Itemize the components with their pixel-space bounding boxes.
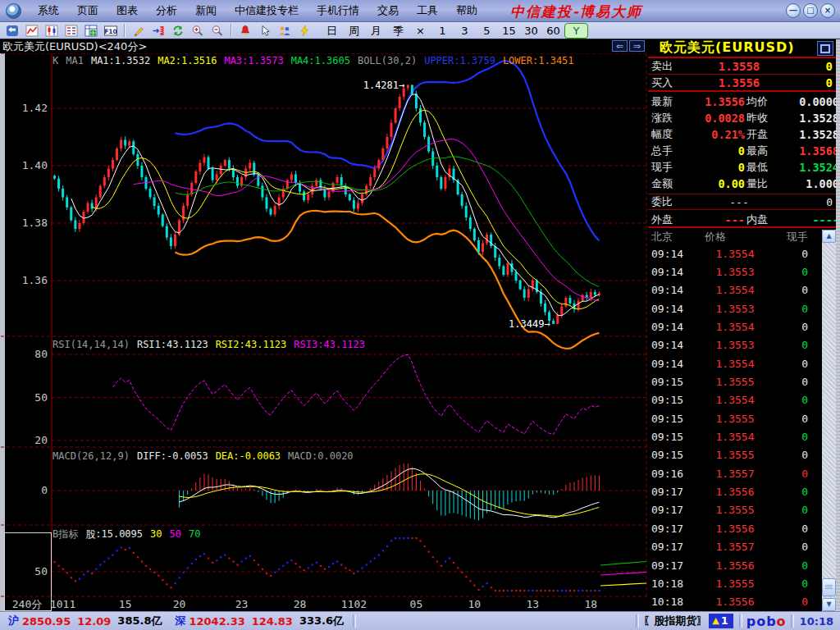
readout-value: MA4:1.3605 <box>291 55 350 66</box>
menu-item-0[interactable]: 系统 <box>29 1 68 21</box>
svg-text:18: 18 <box>584 598 597 610</box>
refresh-icon[interactable] <box>169 23 187 38</box>
chart-title: 欧元美元(EURUSD)<240分> <box>2 39 147 54</box>
menu-item-7[interactable]: 交易 <box>368 1 408 21</box>
svg-text:1011: 1011 <box>50 598 75 610</box>
period-button-×[interactable]: × <box>409 24 431 38</box>
tick-row: 09:161.35570 <box>648 464 836 482</box>
svg-text:0: 0 <box>41 484 48 496</box>
panel-mode-button[interactable] <box>817 41 833 56</box>
futures-badge[interactable]: 〖股指期货〗 <box>643 614 707 628</box>
f10-icon[interactable]: F10 <box>102 23 120 38</box>
tick-row: 09:151.35540 <box>648 391 836 409</box>
toolbar-separator <box>124 24 126 37</box>
readout-value: MA3:1.3573 <box>224 55 283 66</box>
line-chart-icon[interactable] <box>23 23 41 38</box>
measure-icon[interactable] <box>149 23 167 38</box>
svg-text:1.40: 1.40 <box>22 159 48 171</box>
neipan-value: ---- <box>791 213 839 226</box>
svg-text:15: 15 <box>119 598 132 610</box>
readout-value: 30 <box>150 528 162 540</box>
period-button-3[interactable]: 3 <box>454 24 476 38</box>
pane-next-button[interactable]: ⇒ <box>629 40 645 52</box>
report-icon[interactable] <box>82 23 100 38</box>
svg-text:F10: F10 <box>104 27 117 34</box>
sz-index-value: 12042.33 <box>189 615 244 628</box>
period-button-周[interactable]: 周 <box>343 24 365 38</box>
period-button-30[interactable]: 30 <box>520 24 542 38</box>
sell-quote-row: 卖出 1.3558 0 <box>648 58 836 75</box>
tick-row: 09:141.35540 <box>648 281 836 299</box>
scroll-thumb[interactable] <box>822 578 836 596</box>
tick-row: 09:151.35550 <box>648 446 836 464</box>
svg-text:50: 50 <box>34 565 48 578</box>
sh-index-label: 沪 <box>8 614 19 628</box>
tick-row: 09:151.35550 <box>648 372 836 390</box>
sell-price: 1.3558 <box>694 60 784 73</box>
restore-button[interactable]: □ <box>803 3 818 18</box>
readout-value: B指标 <box>52 528 78 540</box>
rsi-indicator-readout: RSI(14,14,14)RSI1:43.1123RSI2:43.1123RSI… <box>52 339 372 350</box>
minimize-button[interactable]: — <box>786 3 801 18</box>
candlestick-icon[interactable] <box>43 23 61 38</box>
quote-stats: 最新1.3556均价0.0000涨跌0.0028昨收1.3528幅度0.21%开… <box>648 94 836 192</box>
tick-row: 09:171.35570 <box>648 538 836 556</box>
alarm-icon[interactable] <box>236 23 254 38</box>
period-button-1[interactable]: 1 <box>431 24 454 38</box>
period-button-季[interactable]: 季 <box>387 24 409 38</box>
tick-row: 09:171.35560 <box>648 519 836 537</box>
zoom-in-icon[interactable] <box>189 23 207 38</box>
quote-list-icon[interactable] <box>62 23 80 38</box>
users-icon[interactable] <box>276 23 294 38</box>
edit-icon[interactable] <box>130 23 148 38</box>
title-bar: 系统页面图表分析新闻中信建投专栏手机行情交易工具帮助 中信建投-博易大师 — □… <box>0 0 840 22</box>
zoom-out-icon[interactable] <box>208 23 226 38</box>
menu-item-6[interactable]: 手机行情 <box>308 1 368 21</box>
app-icon[interactable] <box>6 3 21 19</box>
svg-text:1.38: 1.38 <box>22 217 48 229</box>
menu-item-1[interactable]: 页面 <box>68 1 107 21</box>
close-button[interactable]: × <box>820 3 835 18</box>
readout-value: MACD:0.0020 <box>288 450 353 462</box>
period-button-60[interactable]: 60 <box>542 24 564 38</box>
scroll-up-icon[interactable]: ▲ <box>822 230 836 243</box>
quote-stat-row: 金额0.00量比1.000 <box>648 176 836 192</box>
menu-item-3[interactable]: 分析 <box>147 1 186 21</box>
window-buttons: — □ × <box>786 3 835 18</box>
period-button-5[interactable]: 5 <box>476 24 498 38</box>
back-icon[interactable] <box>3 23 21 38</box>
clock: 10:18 <box>800 615 833 628</box>
menu-item-8[interactable]: 工具 <box>408 1 447 21</box>
scroll-down-icon[interactable]: ▼ <box>822 598 836 611</box>
period-button-日[interactable]: 日 <box>321 24 343 38</box>
period-button-15[interactable]: 15 <box>498 24 520 38</box>
period-button-Y[interactable]: Y <box>564 23 588 39</box>
tick-list-scrollbar[interactable]: ▲ ▼ <box>822 230 836 611</box>
readout-value: BOLL(30,2) <box>358 55 417 66</box>
cursor-icon[interactable] <box>256 23 274 38</box>
flash-icon[interactable] <box>295 23 313 38</box>
svg-text:80: 80 <box>34 348 48 360</box>
menu-item-2[interactable]: 图表 <box>107 1 147 21</box>
pane-prev-button[interactable]: ⇐ <box>612 40 628 52</box>
tick-row: 09:151.35550 <box>648 409 836 427</box>
readout-value: UPPER:1.3759 <box>424 55 495 66</box>
readout-value: MA1 <box>66 55 84 66</box>
alert-badge[interactable]: ▲ 1 <box>709 614 733 628</box>
sh-index-amount: 385.8亿 <box>117 614 162 628</box>
svg-text:1.36: 1.36 <box>22 274 48 286</box>
readout-value: MA1:1.3532 <box>91 55 150 66</box>
menu-item-5[interactable]: 中信建投专栏 <box>226 1 308 21</box>
readout-value: MACD(26,12,9) <box>52 450 130 462</box>
svg-text:23: 23 <box>235 598 249 610</box>
quote-stat-row: 涨跌0.0028昨收1.3528 <box>648 110 836 126</box>
menu-item-4[interactable]: 新闻 <box>186 1 226 21</box>
readout-value: RSI1:43.1123 <box>137 339 208 350</box>
menu-item-9[interactable]: 帮助 <box>447 1 486 21</box>
readout-value: 股:15.0095 <box>85 528 143 540</box>
period-button-月[interactable]: 月 <box>365 24 387 38</box>
tick-row: 09:151.35540 <box>648 427 836 445</box>
sh-index-value: 2850.95 <box>22 615 71 628</box>
quote-stat-row: 幅度0.21%开盘1.3528 <box>648 126 836 143</box>
sh-index-change: 12.09 <box>77 615 111 628</box>
